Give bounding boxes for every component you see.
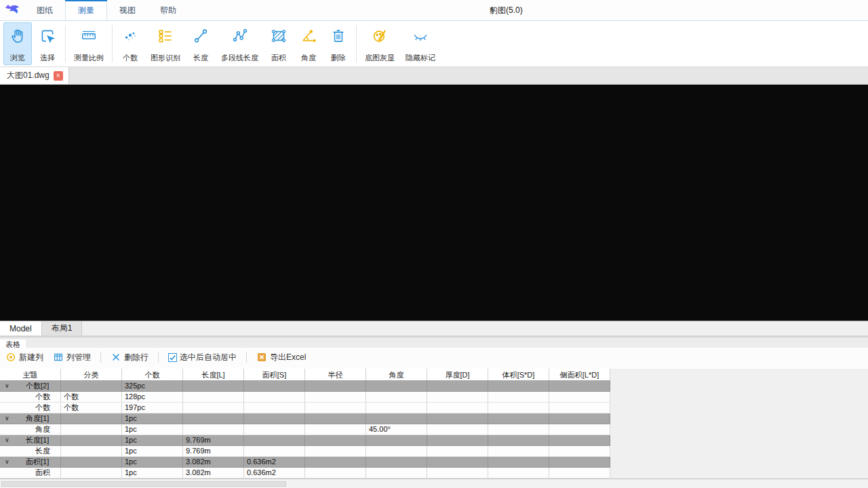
count-dots-button[interactable]: 个数 [116, 22, 144, 65]
table-cell [488, 403, 549, 413]
trash-button[interactable]: 删除 [324, 22, 353, 65]
document-tab[interactable]: 大图01.dwg × [0, 67, 69, 84]
table-cell: 128pc [122, 392, 183, 402]
column-header-1[interactable]: 主题∧ [0, 369, 61, 380]
collapse-chevron-icon[interactable]: ∨ [5, 381, 9, 391]
palette-button[interactable]: 底图灰显 [360, 22, 399, 65]
table-row[interactable]: 个数个数128pc [0, 392, 610, 403]
collapse-chevron-icon[interactable]: ∨ [5, 413, 9, 424]
table-cell [183, 403, 244, 413]
horizontal-scrollbar[interactable] [0, 479, 868, 488]
table-group-row[interactable]: 角度[1]∨1pc [0, 413, 610, 424]
menu-tab-3[interactable]: 视图 [107, 0, 148, 20]
menu-tab-1[interactable]: 图纸 [24, 0, 65, 20]
select-icon [39, 26, 56, 46]
table-row[interactable]: 角度1pc45.00° [0, 424, 610, 435]
add-column-button[interactable]: 新建列 [5, 352, 43, 363]
column-header-6[interactable]: 半径 [305, 369, 366, 380]
toolbar-separator [100, 352, 101, 363]
collapse-chevron-icon[interactable]: ∨ [5, 435, 9, 445]
delete-row-button[interactable]: 删除行 [111, 352, 149, 363]
table-cell [183, 381, 244, 391]
ribbon-separator [356, 25, 357, 62]
layout-tab-1[interactable]: Model [0, 321, 42, 336]
ribbon-group: 底图灰显隐藏标记 [359, 21, 441, 66]
app-logo-icon [0, 0, 24, 20]
table-row[interactable]: 长度1pc9.769m [0, 446, 610, 457]
ribbon-toolbar: 浏览选择测量比例个数图形识别长度多段线长度面积角度删除底图灰显隐藏标记 [0, 21, 868, 66]
layout-tab-2[interactable]: 布局1 [42, 321, 83, 336]
measurement-table-area: 主题∧分类个数长度[L]面积[S]半径角度厚度[D]体积[S*D]侧面积[L*D… [0, 369, 868, 479]
table-cell [244, 403, 305, 413]
column-header-9[interactable]: 体积[S*D] [488, 369, 549, 380]
ribbon-button-label: 选择 [40, 53, 55, 63]
angle-button[interactable]: 角度 [294, 22, 323, 65]
column-header-5[interactable]: 面积[S] [244, 369, 305, 380]
table-cell: 1pc [122, 457, 183, 467]
table-cell [488, 468, 549, 478]
table-cell [305, 446, 366, 456]
table-cell: 长度 [0, 446, 61, 456]
collapse-chevron-icon[interactable]: ∨ [5, 457, 9, 467]
table-group-row[interactable]: 个数[2]∨325pc [0, 381, 610, 392]
table-group-row[interactable]: 面积[1]∨1pc3.082m0.636m2 [0, 457, 610, 468]
table-cell [549, 457, 610, 467]
toolbar-separator [246, 352, 247, 363]
shape-recognize-icon [157, 26, 174, 46]
select-button[interactable]: 选择 [33, 22, 62, 65]
table-cell [244, 381, 305, 391]
table-row[interactable]: 个数个数197pc [0, 403, 610, 413]
column-header-10[interactable]: 侧面积[L*D] [549, 369, 610, 380]
table-row[interactable]: 面积1pc3.082m0.636m2 [0, 468, 610, 479]
menu-tab-4[interactable]: 帮助 [148, 0, 189, 20]
toolbar-item-label: 列管理 [66, 352, 91, 363]
table-cell [244, 424, 305, 434]
canvas-background [0, 85, 868, 321]
hand-button[interactable]: 浏览 [3, 22, 32, 65]
table-cell: 9.769m [183, 446, 244, 456]
table-cell [366, 413, 427, 424]
column-header-7[interactable]: 角度 [366, 369, 427, 380]
ruler-button[interactable]: 测量比例 [69, 22, 108, 65]
polyline-button[interactable]: 多段线长度 [216, 22, 263, 65]
checkbox-icon[interactable] [168, 353, 177, 362]
table-cell [366, 468, 427, 478]
column-header-3[interactable]: 个数 [122, 369, 183, 380]
shape-recognize-button[interactable]: 图形识别 [146, 22, 185, 65]
delete-row-icon [111, 352, 121, 363]
area-button[interactable]: 面积 [264, 22, 293, 65]
cad-drawing-canvas[interactable] [0, 85, 868, 321]
close-icon[interactable]: × [54, 71, 63, 81]
table-cell: 1pc [122, 424, 183, 434]
table-cell [61, 381, 122, 391]
column-manage-icon [53, 352, 64, 363]
table-group-row[interactable]: 长度[1]∨1pc9.769m [0, 435, 610, 446]
table-cell [427, 424, 488, 434]
auto-center-checkbox[interactable]: 选中后自动居中 [168, 352, 237, 363]
table-cell: 个数[2]∨ [0, 381, 61, 391]
ribbon-button-label: 测量比例 [74, 53, 104, 63]
column-header-2[interactable]: 分类 [61, 369, 122, 380]
ribbon-group: 浏览选择 [3, 21, 62, 66]
column-header-4[interactable]: 长度[L] [183, 369, 244, 380]
table-cell: 325pc [122, 381, 183, 391]
length-icon [192, 26, 210, 46]
column-manage-button[interactable]: 列管理 [53, 352, 91, 363]
table-cell: 1pc [122, 446, 183, 456]
closed-eye-button[interactable]: 隐藏标记 [401, 22, 440, 65]
ribbon-separator [112, 25, 113, 62]
table-cell [488, 457, 549, 467]
menu-tab-2[interactable]: 测量 [65, 0, 107, 20]
table-cell [427, 392, 488, 402]
ribbon-button-label: 多段线长度 [221, 53, 258, 63]
table-cell: 个数 [61, 403, 122, 413]
table-cell: 3.082m [183, 468, 244, 478]
table-cell [244, 435, 305, 445]
length-button[interactable]: 长度 [186, 22, 215, 65]
document-tab-bar: 大图01.dwg × [0, 67, 868, 84]
scrollbar-thumb[interactable] [1, 481, 286, 487]
column-header-8[interactable]: 厚度[D] [427, 369, 488, 380]
excel-button[interactable]: 导出Excel [256, 352, 306, 363]
closed-eye-icon [412, 26, 429, 46]
table-cell: 面积 [0, 468, 61, 478]
